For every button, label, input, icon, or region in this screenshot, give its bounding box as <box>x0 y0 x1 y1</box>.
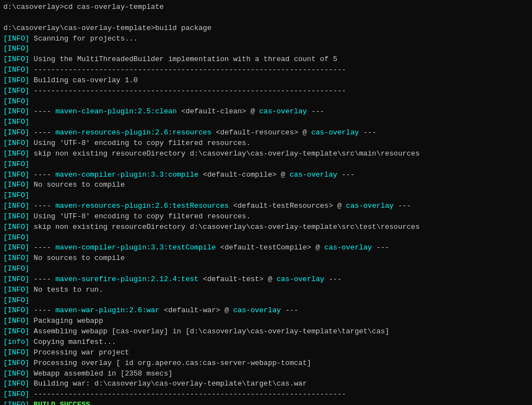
terminal-line: [INFO] ---------------------------------… <box>3 389 529 400</box>
terminal-line: [INFO] ---- maven-compiler-plugin:3.3:co… <box>3 170 529 181</box>
terminal-line <box>3 13 529 23</box>
terminal-line: [INFO] skip non existing resourceDirecto… <box>3 149 529 159</box>
terminal-line: [INFO] skip non existing resourceDirecto… <box>3 222 529 233</box>
terminal-window: d:\casoverlay>cd cas-overlay-template d:… <box>0 0 532 405</box>
terminal-line: [INFO] Assembling webapp [cas-overlay] i… <box>3 327 529 337</box>
terminal-line: [INFO] ---- maven-resources-plugin:2.6:t… <box>3 201 529 212</box>
terminal-line: [INFO] Webapp assembled in [2358 msecs] <box>3 369 529 379</box>
terminal-line: [INFO] No sources to compile <box>3 180 529 191</box>
terminal-line: [INFO] Processing overlay [ id org.apere… <box>3 358 529 369</box>
terminal-line: d:\casoverlay\cas-overlay-template>build… <box>3 23 529 34</box>
terminal-line: [INFO] ---------------------------------… <box>3 65 529 76</box>
terminal-line: [INFO] <box>3 296 529 306</box>
terminal-line: [INFO] Building cas-overlay 1.0 <box>3 76 529 86</box>
terminal-line: [INFO] ---- maven-surefire-plugin:2.12.4… <box>3 274 529 285</box>
terminal-line: [info] Copying manifest... <box>3 337 529 348</box>
terminal-line: [INFO] Packaging webapp <box>3 316 529 327</box>
terminal-line: d:\casoverlay>cd cas-overlay-template <box>3 2 529 13</box>
terminal-line: [INFO] Using the MultiThreadedBuilder im… <box>3 54 529 65</box>
terminal-line: [INFO] Building war: d:\casoverlay\cas-o… <box>3 379 529 389</box>
terminal-line: [INFO] <box>3 97 529 107</box>
terminal-line: [INFO] ---- maven-clean-plugin:2.5:clean… <box>3 107 529 117</box>
terminal-line: [INFO] ---- maven-compiler-plugin:3.3:te… <box>3 243 529 253</box>
terminal-line: [INFO] ---- maven-war-plugin:2.6:war <de… <box>3 306 529 316</box>
terminal-line: [INFO] <box>3 159 529 170</box>
terminal-line: [INFO] No sources to compile <box>3 253 529 264</box>
terminal-line: [INFO] Processing war project <box>3 348 529 358</box>
terminal-line: [INFO] ---------------------------------… <box>3 86 529 97</box>
terminal-line: [INFO] ---- maven-resources-plugin:2.6:r… <box>3 128 529 138</box>
terminal-line: [INFO] Using 'UTF-8' encoding to copy fi… <box>3 212 529 222</box>
terminal-line: [INFO] Scanning for projects... <box>3 34 529 44</box>
terminal-line: [INFO] <box>3 264 529 274</box>
terminal-line: [INFO] BUILD SUCCESS <box>3 400 529 405</box>
terminal-line: [INFO] <box>3 117 529 128</box>
terminal-line: [INFO] No tests to run. <box>3 285 529 296</box>
terminal-line: [INFO] Using 'UTF-8' encoding to copy fi… <box>3 138 529 149</box>
terminal-line: [INFO] <box>3 191 529 201</box>
terminal-line: [INFO] <box>3 44 529 54</box>
terminal-line: [INFO] <box>3 233 529 243</box>
